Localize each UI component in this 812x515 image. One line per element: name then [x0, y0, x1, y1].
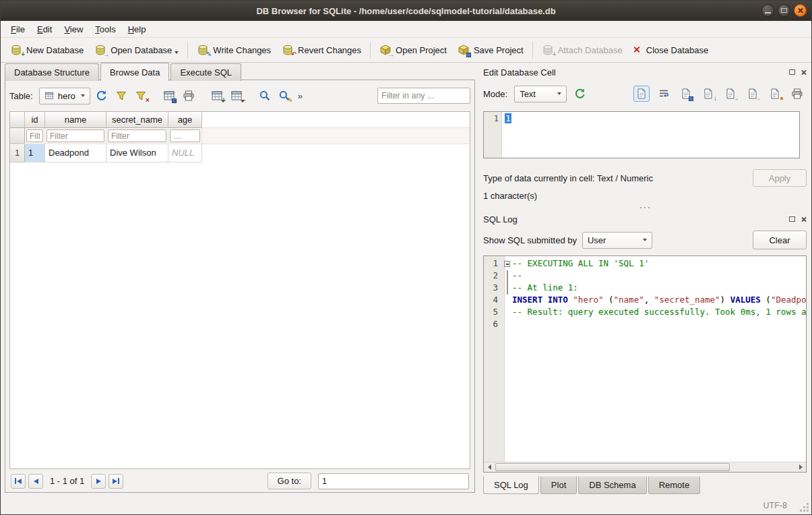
titlebar[interactable]: DB Browser for SQLite - /home/user/code/…: [1, 1, 811, 21]
open-database-button[interactable]: → Open Database: [89, 40, 184, 59]
export-cell-button[interactable]: →: [745, 86, 761, 102]
find-button[interactable]: [257, 88, 273, 104]
print-table-button[interactable]: [181, 88, 197, 104]
column-header-id[interactable]: id: [25, 112, 45, 128]
open-database-label: Open Database: [111, 45, 172, 55]
tab-database-structure[interactable]: Database Structure: [5, 63, 99, 81]
dock-tab-remote[interactable]: Remote: [648, 477, 701, 494]
copy-button[interactable]: [678, 86, 694, 102]
grid-header-row: id name secret_name age: [10, 112, 470, 128]
mode-select[interactable]: Text: [514, 86, 567, 102]
chevron-down-icon: [81, 94, 85, 97]
menu-view[interactable]: View: [58, 22, 89, 36]
row-header[interactable]: 1: [10, 144, 25, 162]
toolbar-separator: [532, 42, 533, 59]
save-project-label: Save Project: [474, 45, 524, 55]
first-page-button[interactable]: [11, 474, 26, 489]
float-dock-icon[interactable]: [789, 69, 795, 75]
goto-input[interactable]: [318, 473, 469, 489]
cell-id[interactable]: 1: [25, 144, 45, 162]
delete-record-button[interactable]: −: [228, 88, 245, 104]
toolbar-overflow-chevron[interactable]: »: [298, 91, 303, 101]
filter-input-name[interactable]: [46, 129, 104, 142]
import-cell-button[interactable]: →: [722, 86, 739, 102]
first-page-icon: [15, 478, 16, 484]
new-record-button[interactable]: +: [209, 88, 225, 104]
new-database-button[interactable]: + New Database: [5, 40, 89, 59]
prev-page-button[interactable]: [28, 474, 43, 489]
scroll-right-button[interactable]: [795, 462, 806, 472]
menu-file[interactable]: File: [5, 22, 31, 36]
save-table-button[interactable]: [161, 88, 177, 104]
resize-grip[interactable]: [801, 504, 809, 512]
column-header-age[interactable]: age: [168, 112, 202, 128]
main-toolbar: + New Database → Open Database ✎ Write C…: [1, 38, 811, 63]
sql-source-select[interactable]: User: [582, 232, 652, 249]
dock-tab-sql-log[interactable]: SQL Log: [483, 476, 539, 494]
auto-switch-mode-button[interactable]: [572, 86, 588, 102]
float-dock-icon[interactable]: [789, 216, 795, 222]
cell-editor[interactable]: 1 1: [483, 111, 800, 158]
cell-name[interactable]: Deadpond: [45, 144, 106, 162]
close-dock-icon[interactable]: [801, 69, 807, 75]
replace-button[interactable]: ✎: [276, 88, 292, 104]
database-write-icon: ✎: [197, 44, 209, 56]
grid-corner[interactable]: [10, 112, 25, 128]
save-project-button[interactable]: Save Project: [452, 40, 529, 59]
filter-any-input[interactable]: [377, 88, 470, 104]
chevron-down-icon: [557, 92, 561, 95]
tab-browse-data[interactable]: Browse Data: [100, 63, 169, 81]
clear-filters-button[interactable]: ×: [133, 88, 149, 104]
cell-secret-name[interactable]: Dive Wilson: [106, 144, 168, 162]
next-page-button[interactable]: [91, 474, 106, 489]
filter-button[interactable]: [113, 88, 129, 104]
column-header-secret-name[interactable]: secret_name: [106, 112, 168, 128]
menu-edit[interactable]: Edit: [31, 22, 58, 36]
dock-tab-plot[interactable]: Plot: [540, 477, 577, 494]
text-mode-button[interactable]: [633, 86, 650, 102]
last-page-button[interactable]: [108, 474, 123, 489]
write-changes-button[interactable]: ✎ Write Changes: [191, 40, 276, 59]
set-null-icon: ●: [769, 88, 781, 100]
refresh-button[interactable]: [94, 88, 110, 104]
chevron-down-icon: [221, 100, 225, 102]
menu-tools[interactable]: Tools: [89, 22, 121, 36]
close-dock-icon[interactable]: [801, 216, 807, 222]
scrollbar-thumb[interactable]: [495, 463, 730, 471]
attach-database-button[interactable]: + Attach Database: [536, 40, 628, 59]
open-database-dropdown-icon[interactable]: [175, 51, 179, 54]
word-wrap-button[interactable]: [656, 86, 672, 102]
filter-input-id[interactable]: [26, 129, 43, 142]
dock-splitter[interactable]: [483, 203, 807, 212]
fold-collapse-icon[interactable]: [504, 261, 510, 267]
menu-help[interactable]: Help: [122, 22, 152, 36]
last-page-icon: [113, 479, 117, 484]
column-header-name[interactable]: name: [45, 112, 106, 128]
database-new-icon: +: [10, 44, 22, 56]
open-project-button[interactable]: → Open Project: [374, 40, 452, 59]
tab-execute-sql[interactable]: Execute SQL: [170, 63, 241, 81]
table-select[interactable]: hero: [39, 88, 90, 104]
goto-button[interactable]: Go to:: [268, 473, 311, 489]
close-button[interactable]: [794, 4, 807, 17]
print-cell-button[interactable]: [789, 86, 805, 102]
main-tabbar: Database Structure Browse Data Execute S…: [3, 63, 475, 80]
cell-age[interactable]: NULL: [168, 144, 202, 162]
clear-log-button[interactable]: Clear: [753, 231, 807, 249]
filter-input-secret-name[interactable]: [108, 129, 166, 142]
edit-cell-title: Edit Database Cell: [483, 67, 556, 78]
sql-log-view[interactable]: 1-- EXECUTING ALL IN 'SQL 1'2--3-- At li…: [483, 255, 807, 473]
scroll-left-button[interactable]: [484, 462, 495, 472]
maximize-button[interactable]: [778, 4, 790, 17]
close-database-button[interactable]: Close Database: [628, 42, 714, 59]
paste-button[interactable]: ↓: [700, 86, 716, 102]
filter-cell-age: [168, 128, 202, 144]
dock-tab-db-schema[interactable]: DB Schema: [578, 477, 646, 494]
filter-input-age[interactable]: [170, 129, 200, 142]
horizontal-scrollbar[interactable]: [484, 462, 806, 472]
database-open-icon: →: [94, 44, 106, 56]
set-null-button[interactable]: ●: [767, 86, 783, 102]
apply-button[interactable]: Apply: [753, 169, 807, 187]
revert-changes-button[interactable]: ↶ Revert Changes: [276, 40, 367, 59]
minimize-button[interactable]: [761, 4, 774, 17]
